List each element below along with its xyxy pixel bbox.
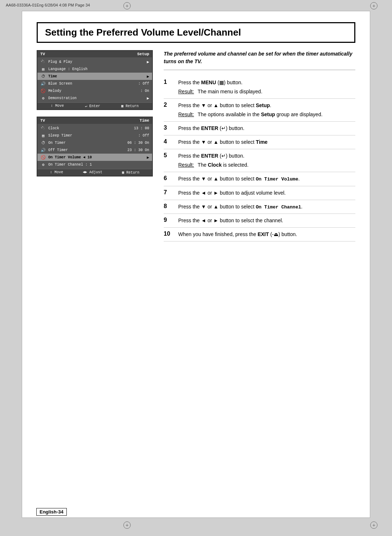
step-5: 5 Press the ENTER (↵) button. Result: Th… — [164, 149, 355, 172]
menu1-row-6: ⚙ Demonstration ▶ — [37, 94, 152, 102]
step-7-content: Press the ◄ or ► button to adjust volume… — [178, 189, 355, 197]
page-footer: English-34 — [36, 508, 67, 516]
step-1-result-label: Result: — [178, 88, 194, 96]
menu2-header-left: TV — [40, 118, 45, 123]
step-2-result-text: The options available in the Setup group… — [198, 111, 323, 118]
reg-mark-top-right — [370, 2, 377, 9]
menu1-header-right: Setup — [137, 52, 149, 56]
icon-on-timer: ⏱ — [40, 140, 46, 146]
step-4-num: 4 — [164, 138, 172, 145]
step-5-result: Result: The Clock is selected. — [178, 161, 355, 169]
step-3-text: Press the ENTER (↵) button. — [178, 125, 244, 131]
header-bar: AA68-03336A-01Eng 6/28/04 4:08 PM Page 3… — [0, 0, 392, 10]
menu2-row-5: 🚫 On Timer Volume ◄ 10 ▶ — [37, 154, 152, 161]
menu1-row-1: 🔌 Plug & Play ▶ — [37, 58, 152, 65]
menu2-row-6: ⚙ On Timer Channel : 1 — [37, 161, 152, 168]
menu2-footer-return: ▦ Return — [122, 170, 139, 175]
step-9-num: 9 — [164, 217, 172, 223]
icon-lang: ▤ — [40, 66, 46, 72]
menu1-row-5: 🚫 Melody : On — [37, 87, 152, 94]
step-6-num: 6 — [164, 175, 172, 182]
step-3-num: 3 — [164, 125, 172, 131]
step-2: 2 Press the ▼ or ▲ button to select Setu… — [164, 99, 355, 122]
page-content: Setting the Preferred Volume Level/Chann… — [22, 11, 370, 518]
reg-mark-top-left — [123, 2, 131, 9]
step-6: 6 Press the ▼ or ▲ button to select On T… — [164, 172, 355, 186]
step-5-result-text: The Clock is selected. — [198, 161, 249, 169]
page-title: Setting the Preferred Volume Level/Chann… — [45, 27, 347, 38]
step-10-text: When you have finished, press the EXIT (… — [178, 231, 297, 237]
icon-volume-active: 🚫 — [40, 154, 46, 160]
reg-mark-bottom-left — [123, 521, 131, 529]
step-1-content: Press the MENU (▦) button. Result: The m… — [178, 79, 355, 96]
menu1-footer-move: ↕ Move — [51, 104, 64, 108]
icon-time: ⏱ — [40, 73, 46, 79]
step-5-result-label: Result: — [178, 161, 194, 169]
menu1-footer-enter: ↵ Enter — [85, 104, 100, 108]
step-6-content: Press the ▼ or ▲ button to select On Tim… — [178, 175, 355, 183]
icon-sleep: ▤ — [40, 133, 46, 138]
step-4-text: Press the ▼ or ▲ button to select Time — [178, 139, 268, 145]
step-1-text: Press the MENU (▦) button. — [178, 80, 242, 85]
step-3-content: Press the ENTER (↵) button. — [178, 125, 355, 132]
step-1-result: Result: The main menu is displayed. — [178, 88, 355, 96]
menu2-header: TV Time — [37, 117, 152, 124]
icon-no: 🚫 — [40, 88, 46, 94]
menu2-footer-move: ↕ Move — [50, 170, 63, 175]
step-2-num: 2 — [164, 102, 172, 108]
step-9-content: Press the ◄ or ► button to selsct the ch… — [178, 217, 355, 224]
icon-off-timer: 🔊 — [40, 147, 46, 153]
icon-sound: 🔊 — [40, 81, 46, 86]
step-8-content: Press the ▼ or ▲ button to select On Tim… — [178, 203, 355, 211]
icon-plug: 🔌 — [40, 59, 46, 65]
menu1-body: 🔌 Plug & Play ▶ ▤ Language : English ⏱ T… — [37, 57, 152, 102]
two-col-layout: TV Setup 🔌 Plug & Play ▶ ▤ Language : En… — [37, 50, 355, 241]
menu1-footer: ↕ Move ↵ Enter ▦ Return — [37, 102, 152, 109]
step-8-text: Press the ▼ or ▲ button to select On Tim… — [178, 204, 302, 210]
step-2-text: Press the ▼ or ▲ button to select Setup. — [178, 102, 271, 108]
step-9-text: Press the ◄ or ► button to selsct the ch… — [178, 218, 283, 223]
footer-label: English-34 — [40, 509, 64, 515]
menu2-header-right: Time — [140, 118, 149, 123]
title-box: Setting the Preferred Volume Level/Chann… — [37, 22, 355, 43]
menu1-row-4: 🔊 Blue Screen : Off — [37, 80, 152, 87]
menu1-header-left: TV — [40, 52, 45, 56]
tv-menu-time: TV Time 🔌 Clock 13 : 00 ▤ Sleep Timer : … — [37, 117, 153, 176]
step-2-content: Press the ▼ or ▲ button to select Setup.… — [178, 102, 355, 118]
menu1-row-3: ⏱ Time ▶ — [37, 73, 152, 80]
reg-mark-bottom-right — [370, 521, 377, 529]
step-2-result-label: Result: — [178, 111, 194, 118]
steps-list: 1 Press the MENU (▦) button. Result: The… — [164, 76, 355, 241]
step-7-num: 7 — [164, 189, 172, 196]
right-column: The preferred volume and channel can be … — [164, 50, 355, 241]
left-column: TV Setup 🔌 Plug & Play ▶ ▤ Language : En… — [37, 50, 153, 241]
menu2-footer: ↕ Move ◄► Adjust ▦ Return — [37, 169, 152, 176]
step-4-content: Press the ▼ or ▲ button to select Time — [178, 138, 355, 146]
menu1-footer-return: ▦ Return — [121, 104, 139, 108]
step-2-result: Result: The options available in the Set… — [178, 111, 355, 118]
menu1-row-2: ▤ Language : English — [37, 65, 152, 73]
intro-text: The preferred volume and channel can be … — [164, 50, 355, 70]
icon-dots: ⚙ — [40, 95, 46, 101]
menu2-row-3: ⏱ On Timer 06 : 30 On — [37, 139, 152, 146]
step-5-text: Press the ENTER (↵) button. — [178, 153, 244, 159]
step-3: 3 Press the ENTER (↵) button. — [164, 122, 355, 135]
icon-clock: 🔌 — [40, 125, 46, 131]
menu2-row-4: 🔊 Off Timer 23 : 30 On — [37, 146, 152, 154]
step-7: 7 Press the ◄ or ► button to adjust volu… — [164, 186, 355, 200]
step-4: 4 Press the ▼ or ▲ button to select Time — [164, 135, 355, 149]
header-text: AA68-03336A-01Eng 6/28/04 4:08 PM Page 3… — [6, 3, 90, 7]
step-8: 8 Press the ▼ or ▲ button to select On T… — [164, 200, 355, 214]
menu2-row-2: ▤ Sleep Timer : Off — [37, 132, 152, 139]
step-10: 10 When you have finished, press the EXI… — [164, 228, 355, 241]
step-10-content: When you have finished, press the EXIT (… — [178, 231, 355, 238]
step-10-num: 10 — [164, 231, 172, 237]
menu2-row-1: 🔌 Clock 13 : 00 — [37, 125, 152, 132]
step-5-num: 5 — [164, 152, 172, 159]
step-5-content: Press the ENTER (↵) button. Result: The … — [178, 152, 355, 169]
step-1: 1 Press the MENU (▦) button. Result: The… — [164, 76, 355, 99]
menu1-header: TV Setup — [37, 51, 152, 57]
step-8-num: 8 — [164, 203, 172, 210]
menu2-footer-adjust: ◄► Adjust — [83, 170, 102, 175]
step-9: 9 Press the ◄ or ► button to selsct the … — [164, 214, 355, 228]
